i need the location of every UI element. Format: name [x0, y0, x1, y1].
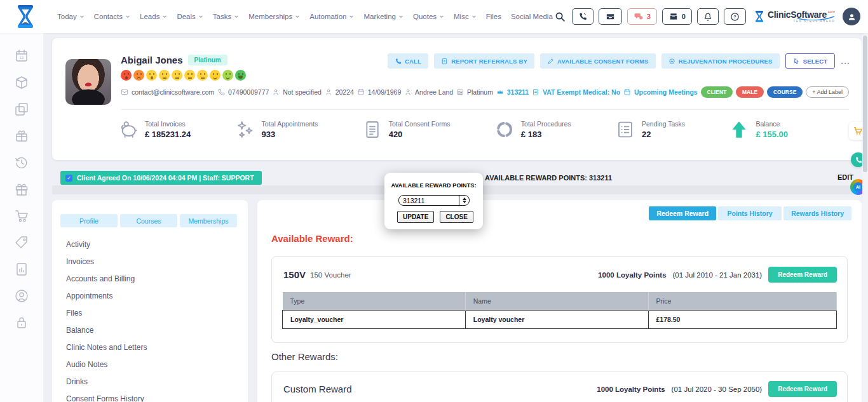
upcoming-meetings-link[interactable]: Upcoming Meetings [623, 88, 698, 96]
envelope-icon [121, 88, 128, 96]
sidebar-item-accounts-and-billing[interactable]: Accounts and Billing [66, 270, 241, 287]
rail-package-button[interactable] [14, 75, 29, 90]
client-id[interactable]: 20224 [325, 88, 354, 96]
nav-social-media[interactable]: Social Media [511, 13, 553, 20]
sidebar-item-invoices[interactable]: Invoices [66, 253, 241, 270]
tab-profile[interactable]: Profile [60, 214, 118, 227]
nav-quotes[interactable]: Quotes [413, 13, 444, 20]
phone-call-button[interactable] [572, 8, 593, 25]
table-row[interactable]: Loyalty_voucher Loyalty voucher £178.50 [283, 311, 837, 329]
rail-rewards-button[interactable] [14, 182, 29, 197]
sidebar-item-consent-forms-history[interactable]: Consent Forms History [66, 390, 241, 402]
rail-cart-button[interactable] [14, 208, 29, 224]
nav-contacts[interactable]: Contacts [94, 13, 130, 20]
agreed-checkbox[interactable]: ✓ [65, 175, 72, 182]
register-tray-button[interactable]: 0 [662, 8, 692, 25]
mood-face-4[interactable] [159, 70, 170, 81]
hourglass-logo-icon[interactable] [14, 4, 37, 32]
svg-text:12: 12 [20, 56, 24, 60]
tag-icon [14, 235, 29, 250]
rail-history-button[interactable] [14, 155, 29, 170]
client-owner[interactable]: Andree Land [404, 88, 453, 96]
label-course[interactable]: COURSE [767, 86, 803, 98]
label-client[interactable]: CLIENT [701, 86, 733, 98]
sidebar-item-drinks[interactable]: Drinks [66, 373, 241, 390]
client-phone[interactable]: 07490009777 [217, 88, 269, 96]
label-male[interactable]: MALE [736, 86, 764, 98]
sidebar-item-audio-notes[interactable]: Audio Notes [66, 356, 241, 373]
mood-face-2[interactable] [133, 70, 144, 81]
scrollbar-thumb[interactable] [863, 36, 867, 172]
nav-files[interactable]: Files [486, 13, 501, 20]
rail-reports-button[interactable] [14, 262, 29, 277]
scrollbar[interactable] [862, 33, 868, 402]
nav-deals[interactable]: Deals [177, 13, 203, 20]
ai-icon: AI [853, 182, 863, 192]
clinicsoftware-brand-logo[interactable]: ClinicSoftware.com TEN STEPS AHEAD [754, 10, 835, 23]
other-rewards-heading: Other Rewards: [271, 351, 338, 362]
nav-marketing[interactable]: Marketing [363, 13, 403, 20]
rail-copy-button[interactable] [14, 102, 29, 117]
rail-calendar-button[interactable]: 12 [14, 48, 29, 64]
tab-points-history[interactable]: Points History [718, 206, 782, 220]
mood-face-9[interactable] [222, 70, 233, 81]
mood-face-6[interactable] [184, 70, 195, 81]
stat-balance: Balance£ 155.00 [729, 119, 788, 140]
rail-giftbox-button[interactable] [14, 128, 29, 144]
search-icon[interactable] [555, 11, 566, 22]
nav-tasks[interactable]: Tasks [213, 13, 239, 20]
points-input[interactable] [399, 197, 450, 204]
mood-face-5[interactable] [172, 70, 182, 81]
sidebar-item-balance[interactable]: Balance [66, 321, 241, 338]
chat-messages-button[interactable]: 3 [627, 8, 657, 25]
client-tier[interactable]: Platinum [456, 88, 493, 96]
user-avatar-button[interactable] [843, 8, 860, 25]
available-consent-forms-button[interactable]: AVAILABLE CONSENT FORMS [540, 53, 656, 69]
nav-leads[interactable]: Leads [140, 13, 167, 20]
sidebar-item-files[interactable]: Files [66, 304, 241, 321]
nav-memberships[interactable]: Memberships [248, 13, 300, 20]
mood-face-10[interactable] [235, 70, 246, 81]
help-button[interactable]: ? [724, 8, 746, 25]
mood-face-1[interactable] [121, 70, 132, 81]
close-button[interactable]: CLOSE [440, 211, 473, 223]
nav-automation[interactable]: Automation [309, 13, 354, 20]
tab-rewards-history[interactable]: Rewards History [783, 206, 851, 220]
sidebar-item-clinic-notes-and-letters[interactable]: Clinic Notes and Letters [66, 338, 241, 356]
procedures-donut-icon [494, 119, 515, 140]
number-spinner[interactable] [459, 196, 469, 205]
contact-info-row: contact@clinicsoftware.com 07490009777 N… [121, 86, 849, 98]
tab-redeem-reward[interactable]: Redeem Reward [649, 206, 716, 220]
more-options-button[interactable]: ... [841, 56, 850, 66]
rail-lock-button[interactable] [14, 315, 29, 330]
sidebar-item-activity[interactable]: Activity [66, 236, 241, 253]
call-button[interactable]: CALL [388, 53, 428, 69]
rail-account-button[interactable] [14, 288, 29, 304]
nav-today[interactable]: Today [57, 13, 85, 20]
client-points[interactable]: 313211 [496, 88, 529, 96]
client-dob[interactable]: 14/09/1969 [357, 88, 402, 96]
redeem-custom-reward-button[interactable]: Redeem Reward [768, 381, 837, 397]
tab-memberships[interactable]: Memberships [180, 214, 237, 227]
notifications-button[interactable] [697, 8, 719, 25]
rail-labels-button[interactable] [14, 235, 29, 250]
redeem-reward-button[interactable]: Redeem Reward [768, 267, 837, 283]
report-referrals-button[interactable]: REPORT REFERRALS BY [434, 53, 534, 69]
nav-misc[interactable]: Misc [454, 13, 477, 20]
inbox-button[interactable] [599, 8, 622, 25]
select-button[interactable]: SELECT [785, 53, 836, 69]
mood-face-3[interactable] [146, 70, 157, 81]
mood-face-7[interactable] [197, 70, 208, 81]
edit-points-button[interactable]: EDIT [837, 173, 853, 181]
calendar-icon [623, 88, 631, 96]
vat-exempt-status[interactable]: VAT Exempt Medical: No [532, 88, 620, 96]
rejuvenation-procedures-button[interactable]: REJUVENATION PROCEDURES [661, 53, 780, 69]
client-gender[interactable]: Not specified [272, 88, 322, 96]
sidebar-item-appointments[interactable]: Appointments [66, 287, 241, 304]
tab-courses[interactable]: Courses [120, 214, 177, 227]
client-photo[interactable] [65, 59, 111, 105]
mood-face-8[interactable] [210, 70, 220, 81]
client-email[interactable]: contact@clinicsoftware.com [121, 88, 214, 96]
update-button[interactable]: UPDATE [397, 211, 434, 223]
add-label-button[interactable]: + Add Label [806, 86, 849, 98]
